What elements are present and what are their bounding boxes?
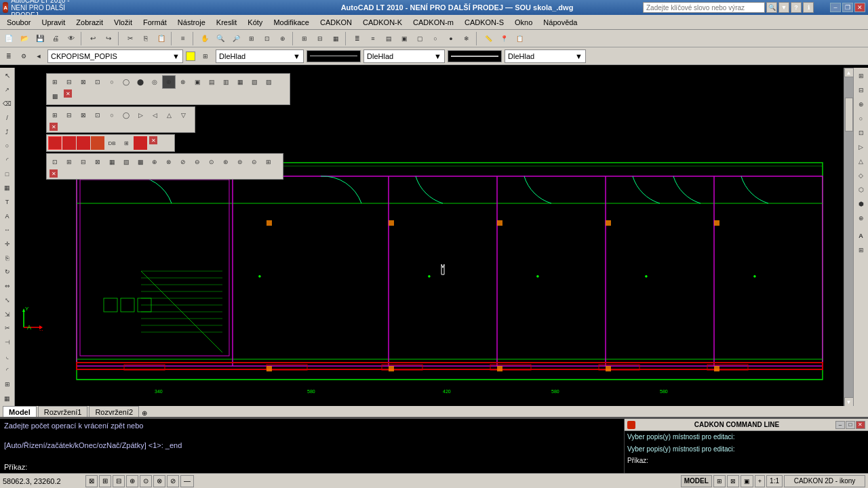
ft1-7[interactable]: ⬤ [134,75,147,89]
menu-okno[interactable]: Okno [509,17,538,28]
ft4-13[interactable]: ⊛ [219,155,233,169]
tb-undo[interactable]: ↩ [85,31,100,46]
tb-layerprop[interactable]: ≡ [366,31,380,46]
search-input[interactable] [643,2,765,13]
tool-offset[interactable]: ⊞ [1,378,14,391]
tool-rect[interactable]: □ [1,167,14,181]
vscroll-track[interactable] [844,77,853,397]
status-model-btn[interactable]: MODEL [681,475,712,487]
rtool-7[interactable]: △ [854,155,868,168]
ft3-close[interactable]: ✕ [149,136,157,144]
ft1-3[interactable]: ⊠ [77,75,90,89]
status-vp2-btn[interactable]: ⊠ [727,475,739,487]
ft1-15[interactable]: ▧ [248,75,261,89]
ft4-15[interactable]: ⊝ [248,155,261,169]
tb-layer[interactable]: ≣ [350,31,365,46]
tool-pline[interactable]: ⤴ [1,125,14,139]
ft2-close[interactable]: ✕ [50,123,58,131]
tb-qnew[interactable]: 📄 [1,31,16,46]
tab-model[interactable]: Model [3,406,37,417]
tool-erase[interactable]: ⌫ [1,97,14,110]
ft1-6[interactable]: ◯ [119,75,133,89]
cmd-prompt[interactable]: Příkaz: [4,463,620,471]
tb-zoomrealtime[interactable]: ⊕ [275,31,290,46]
menu-napoveda[interactable]: Nápověda [538,17,583,28]
rtool-8[interactable]: ◇ [854,169,868,182]
tb-layeroff[interactable]: ○ [428,31,443,46]
tool-select2[interactable]: ↗ [1,83,14,97]
tool-chamfer[interactable]: ◜ [1,363,14,377]
tool-dim[interactable]: ↔ [1,224,14,237]
ft4-10[interactable]: ⊘ [176,155,190,169]
menu-cadkon-k[interactable]: CADKON-K [357,17,408,28]
tool-copy[interactable]: ⎘ [1,251,14,265]
tool-array[interactable]: ▦ [1,392,14,405]
color-dropdown[interactable]: DleHlad▼ [216,49,304,63]
ft1-16[interactable]: ▨ [262,75,275,89]
tb-layeron[interactable]: ● [443,31,458,46]
tool-line[interactable]: / [1,111,14,125]
ft1-11[interactable]: ▣ [191,75,204,89]
tab-rozvrzeni1[interactable]: Rozvržení1 [38,406,88,417]
ft4-5[interactable]: ▦ [105,155,119,169]
ft4-16[interactable]: ⊞ [262,155,275,169]
layer-dropdown[interactable]: CKPOPISM_POPIS ▼ [47,49,183,63]
ft2-6[interactable]: ◯ [119,108,133,122]
status-cadkon-btn[interactable]: CADKON 2D - ikony [784,475,865,487]
tb-layerfreeze[interactable]: ❄ [459,31,474,46]
tb-plotpreview[interactable]: 👁 [64,31,79,46]
tool-mirror[interactable]: ⇔ [1,279,14,293]
menu-format[interactable]: Formát [138,17,172,28]
tool-mtext[interactable]: A [1,209,14,223]
ft4-close[interactable]: ✕ [50,169,58,178]
tb-paste[interactable]: 📋 [154,31,169,46]
ft3-3[interactable] [77,136,90,150]
status-lwt-btn[interactable]: — [180,475,194,487]
tool-arc[interactable]: ◜ [1,153,14,167]
layer-settings-btn[interactable]: ⚙ [18,50,30,62]
ft4-8[interactable]: ⊕ [148,155,161,169]
menu-zobrazit[interactable]: Zobrazit [71,17,108,28]
ft4-6[interactable]: ▧ [119,155,133,169]
ft3-4[interactable] [91,136,104,150]
menu-soubor[interactable]: Soubor [1,17,36,28]
linetype-dropdown[interactable]: DleHlad▼ [363,49,445,63]
tb-redo[interactable]: ↪ [101,31,116,46]
ft2-9[interactable]: △ [162,108,176,122]
tb-zoomout[interactable]: 🔎 [229,31,243,46]
tb-zoomin[interactable]: 🔍 [213,31,228,46]
rtool-3[interactable]: ⊕ [854,98,868,111]
tool-stretch[interactable]: ⇲ [1,308,14,321]
ft1-5[interactable]: ○ [105,75,119,89]
ft2-4[interactable]: ⊡ [91,108,104,122]
cadkon-min-btn[interactable]: – [835,421,845,429]
rtool-snap[interactable]: ⊕ [854,211,868,225]
tab-rozvrzeni2[interactable]: Rozvržení2 [89,406,139,417]
tb-raster[interactable]: ▦ [328,31,343,46]
status-snap-btn[interactable]: ⊠ [85,475,98,487]
ft4-12[interactable]: ⊙ [205,155,218,169]
ft1-12[interactable]: ▤ [205,75,218,89]
ft4-2[interactable]: ⊞ [62,155,76,169]
ft1-14[interactable]: ▦ [233,75,247,89]
tab-add[interactable]: ⊕ [139,409,147,417]
status-polar-btn[interactable]: ⊕ [126,475,138,487]
tool-trim[interactable]: ✂ [1,321,14,335]
vscroll-down-btn[interactable]: ▼ [844,397,854,407]
menu-kreslit[interactable]: Kreslit [211,17,243,28]
ft1-17[interactable]: ▩ [48,89,62,103]
tb-layerstate[interactable]: ▤ [381,31,396,46]
ft3-5[interactable]: DB [105,136,119,150]
status-otrack-btn[interactable]: ⊗ [153,475,165,487]
ft4-11[interactable]: ⊖ [191,155,204,169]
tb-pan[interactable]: ✋ [197,31,212,46]
tb-layeriso[interactable]: ▣ [397,31,412,46]
help-btn[interactable]: ? [791,2,802,13]
rtool-4[interactable]: ○ [854,112,868,125]
ft4-14[interactable]: ⊜ [233,155,247,169]
window-restore-btn[interactable]: ❐ [842,3,853,12]
status-vp1-btn[interactable]: ⊞ [713,475,726,487]
ft1-close[interactable]: ✕ [64,89,72,98]
status-grid-btn[interactable]: ⊞ [99,475,111,487]
tb-zoomextents[interactable]: ⊞ [244,31,259,46]
